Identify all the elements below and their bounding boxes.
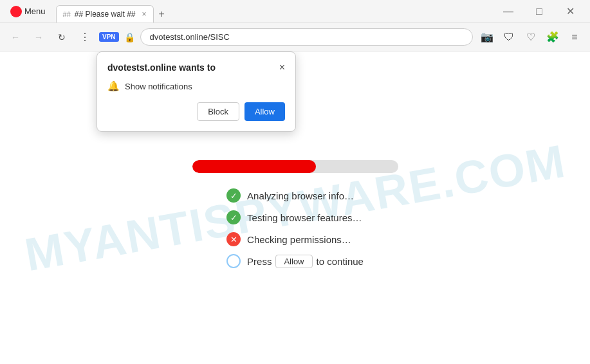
notification-icon: 🔔 [107,80,120,92]
check-green-icon-2: ✓ [226,210,241,224]
browser-tab[interactable]: ## ## Please wait ## × [56,5,154,23]
main-menu-icon[interactable]: ≡ [566,28,584,46]
check-list: ✓ Analyzing browser info… ✓ Testing brow… [226,188,364,268]
tab-title: ## Please wait ## [75,10,136,19]
allow-button[interactable]: Allow [244,102,285,121]
list-item: Press Allow to continue [226,254,364,268]
tab-bar: ## ## Please wait ## × + [56,0,488,23]
minimize-button[interactable]: — [493,0,523,23]
menu-label: Menu [24,6,46,16]
press-label: Press [247,256,272,267]
check-red-icon: ✕ [226,232,241,246]
permission-popup: dvotestst.online wants to × 🔔 Show notif… [97,51,296,132]
tab-icon: ## [63,10,71,18]
check-text-3: Checking permissions… [247,234,351,245]
check-text-2: Testing browser features… [247,212,362,223]
popup-permission: 🔔 Show notifications [107,80,285,92]
progress-bar-fill [192,160,316,173]
forward-button[interactable]: → [30,28,48,46]
continue-label: to continue [317,256,364,267]
list-item: ✓ Testing browser features… [226,210,362,224]
maximize-button[interactable]: □ [524,0,554,23]
check-text-1: Analyzing browser info… [247,190,354,201]
opera-menu[interactable]: Menu [5,3,51,20]
popup-close-button[interactable]: × [279,62,285,73]
popup-header: dvotestst.online wants to × [107,62,285,73]
grid-view-button[interactable]: ⋮ [76,28,94,46]
heart-icon[interactable]: ♡ [522,28,540,46]
popup-permission-text: Show notifications [125,82,192,91]
allow-inline-button[interactable]: Allow [275,255,312,268]
check-green-icon: ✓ [226,188,241,203]
close-window-button[interactable]: ✕ [555,0,585,23]
lock-icon: 🔒 [124,32,135,42]
progress-container [192,160,398,173]
extensions-icon[interactable]: 🧩 [544,28,562,46]
toolbar-icons: 📷 🛡 ♡ 🧩 ≡ [478,28,584,46]
popup-title: dvotestst.online wants to [107,62,216,73]
content-box: ✓ Analyzing browser info… ✓ Testing brow… [0,147,590,268]
check-circle-icon [226,254,241,268]
reload-button[interactable]: ↻ [53,28,71,46]
vpn-badge[interactable]: VPN [99,32,119,42]
tab-close-button[interactable]: × [142,10,147,19]
window-controls: — □ ✕ [493,0,585,23]
press-line: Press Allow to continue [247,255,364,268]
shield-icon[interactable]: 🛡 [500,28,518,46]
list-item: ✕ Checking permissions… [226,232,351,246]
new-tab-button[interactable]: + [154,6,170,23]
title-bar: Menu ## ## Please wait ## × + — □ ✕ [0,0,590,23]
page-content: MYANTISPYWARE.COM ✓ Analyzing browser in… [0,51,590,364]
list-item: ✓ Analyzing browser info… [226,188,354,203]
opera-logo-icon [10,6,22,17]
address-bar: ← → ↻ ⋮ VPN 🔒 📷 🛡 ♡ 🧩 ≡ [0,23,590,51]
popup-actions: Block Allow [107,102,285,121]
progress-bar-track [192,160,398,173]
back-button[interactable]: ← [6,28,24,46]
camera-icon[interactable]: 📷 [478,28,496,46]
url-input[interactable] [140,28,473,46]
block-button[interactable]: Block [197,102,239,121]
